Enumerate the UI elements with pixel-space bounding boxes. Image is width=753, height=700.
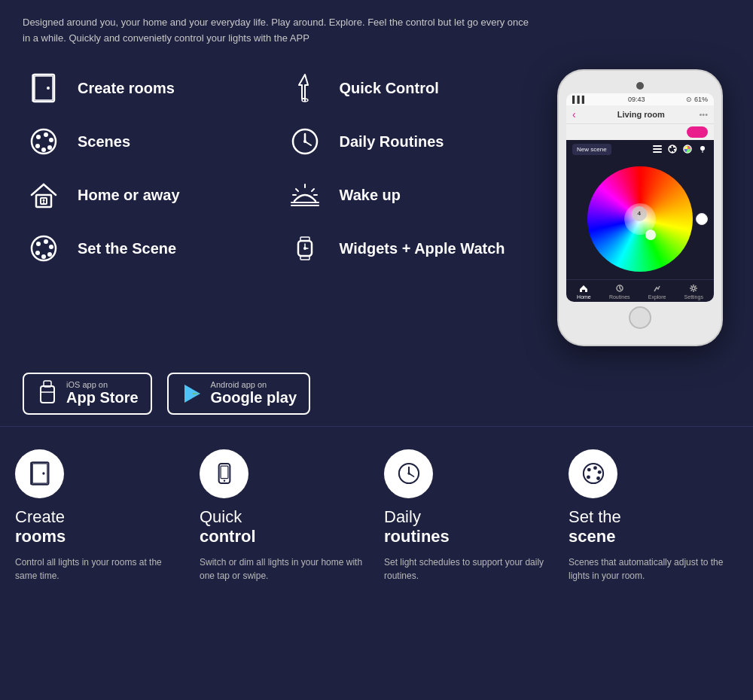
clock-icon (285, 121, 326, 163)
svg-point-9 (41, 148, 46, 152)
color-wheel-marker-bulb (645, 230, 656, 240)
phone-toggle[interactable] (687, 126, 708, 138)
svg-point-5 (36, 135, 41, 139)
svg-point-17 (44, 239, 48, 244)
new-scene-button[interactable]: New scene (572, 144, 611, 155)
settings-nav-icon (689, 284, 698, 293)
phone-room-title: Living room (583, 110, 699, 119)
phone-more-button[interactable]: ••• (699, 110, 708, 119)
bottom-quick-control-title: Quick control (200, 507, 256, 547)
feature-widgets-watch: Widgets + Apple Watch (277, 222, 535, 275)
bottom-daily-routines-title: Daily routines (384, 507, 450, 547)
page-wrapper: Designed around you, your home and your … (0, 0, 753, 598)
color-wheel: 4 (587, 166, 693, 272)
feature-quick-control: Quick Control (277, 62, 535, 115)
svg-rect-36 (300, 256, 309, 260)
sunrise-icon (285, 175, 326, 216)
bottom-set-scene-desc: Scenes that automatically adjust to the … (569, 555, 738, 583)
svg-point-19 (47, 252, 52, 257)
color-wheel-marker-4: 4 (632, 206, 647, 221)
svg-point-47 (672, 151, 673, 153)
phone-color-wheel-area: 4 (566, 159, 714, 279)
svg-point-70 (596, 476, 600, 480)
bottom-create-rooms-desc: Control all lights in your rooms at the … (15, 555, 184, 583)
color-icon (667, 144, 678, 154)
phone-nav-bar: ‹ Living room ••• (566, 105, 714, 124)
ios-store-text: iOS app on App Store (66, 380, 139, 406)
bottom-door-icon (26, 460, 53, 487)
widgets-watch-label: Widgets + Apple Watch (340, 240, 505, 257)
phone-camera (636, 82, 644, 90)
intro-section: Designed around you, your home and your … (0, 0, 753, 54)
palette-icon (23, 121, 64, 163)
rgb-icon (682, 144, 693, 154)
svg-point-67 (587, 468, 590, 472)
svg-rect-60 (221, 466, 228, 478)
bottom-phone-icon (211, 460, 238, 487)
watch-icon (285, 228, 326, 269)
svg-point-7 (49, 138, 53, 142)
phone-status-bar: ▌▌▌ 09:43 ⊙ 61% (566, 93, 714, 105)
explore-nav-icon (653, 284, 662, 293)
phone-screen: ▌▌▌ 09:43 ⊙ 61% ‹ Living room ••• (566, 93, 714, 302)
phone-home-button[interactable] (629, 306, 651, 329)
phone-nav-routines[interactable]: Routines (609, 284, 630, 300)
svg-point-69 (597, 470, 601, 474)
phone-toggle-area (566, 124, 714, 140)
bottom-features-section: Create rooms Control all lights in your … (0, 426, 753, 598)
phone-mock: ▌▌▌ 09:43 ⊙ 61% ‹ Living room ••• (557, 69, 723, 346)
door-icon (23, 68, 64, 109)
ios-big-text: App Store (66, 389, 139, 406)
google-play-icon (181, 382, 203, 405)
svg-point-8 (47, 145, 52, 150)
phone-signal: ▌▌▌ (572, 96, 587, 103)
svg-point-68 (593, 466, 597, 470)
feature-home-away: Home or away (15, 169, 273, 222)
phone-toolbar-icons (652, 144, 708, 154)
svg-point-21 (35, 251, 40, 255)
home-away-label: Home or away (78, 187, 180, 204)
svg-point-65 (407, 472, 410, 474)
svg-point-6 (44, 132, 48, 137)
bottom-door-icon-circle (15, 449, 64, 498)
phone-mockup-container: ▌▌▌ 09:43 ⊙ 61% ‹ Living room ••• (542, 62, 738, 354)
bottom-clock-icon (395, 460, 422, 487)
phone-nav-home[interactable]: Home (577, 284, 591, 300)
android-google-play-button[interactable]: Android app on Google play (167, 373, 310, 415)
quick-control-label: Quick Control (340, 80, 439, 97)
svg-point-16 (36, 242, 41, 246)
svg-point-46 (674, 149, 675, 151)
phone-white-dot (696, 213, 708, 225)
wake-up-label: Wake up (340, 187, 401, 204)
svg-rect-40 (653, 145, 662, 147)
features-left-col: Create rooms (15, 62, 273, 354)
svg-point-51 (692, 287, 695, 290)
bottom-palette-icon (580, 460, 607, 487)
svg-rect-56 (32, 464, 47, 483)
svg-point-45 (673, 146, 675, 148)
features-phone-row: Create rooms (0, 54, 753, 361)
svg-point-61 (223, 480, 224, 482)
ios-small-text: iOS app on (66, 380, 139, 389)
bottom-quick-control-desc: Switch or dim all lights in your home wi… (200, 555, 369, 583)
bottom-clock-icon-circle (384, 449, 433, 498)
routines-nav-icon (615, 284, 624, 293)
phone-nav-explore[interactable]: Explore (648, 284, 666, 300)
phone-back-button[interactable]: ‹ (572, 109, 583, 120)
set-scene-label: Set the Scene (78, 240, 176, 257)
ios-app-store-button[interactable]: iOS app on App Store (23, 373, 152, 415)
location-icon (697, 144, 708, 154)
store-buttons-row: iOS app on App Store Android app on Goog… (0, 361, 753, 426)
features-grid: Create rooms (15, 62, 535, 354)
phone-nav-routines-label: Routines (609, 294, 630, 300)
feature-daily-routines: Daily Routines (277, 115, 535, 169)
features-right-col: Quick Control Daily Routines (277, 62, 535, 354)
bottom-feature-create-rooms: Create rooms Control all lights in your … (15, 449, 184, 583)
android-big-text: Google play (211, 389, 297, 406)
svg-point-2 (47, 87, 50, 90)
bottom-set-scene-title: Set the scene (569, 507, 621, 547)
phone-nav-settings[interactable]: Settings (684, 284, 703, 300)
feature-scenes: Scenes (15, 115, 273, 169)
bottom-daily-routines-desc: Set light schedules to support your dail… (384, 555, 553, 583)
svg-rect-41 (653, 148, 662, 150)
